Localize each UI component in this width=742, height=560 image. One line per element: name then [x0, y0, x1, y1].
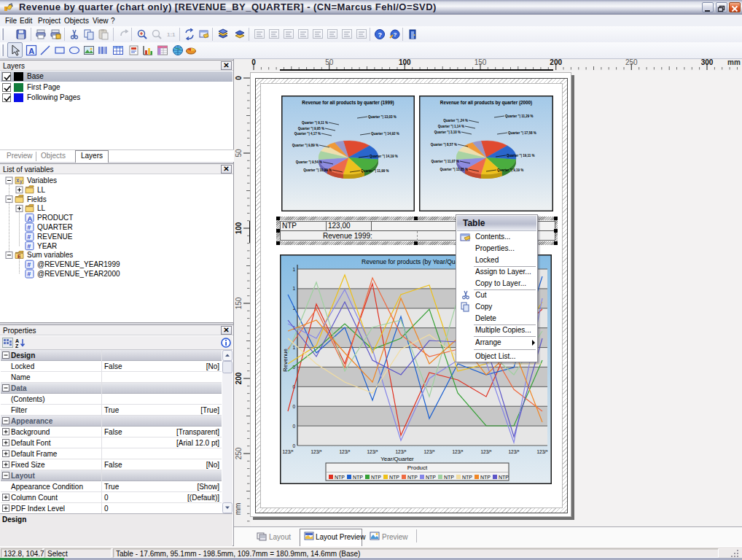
- svg-text:123/*: 123/*: [395, 449, 407, 454]
- svg-text:QUARTER: QUARTER: [37, 223, 73, 231]
- svg-text:123/*: 123/*: [480, 449, 492, 454]
- svg-text:PRODUCT: PRODUCT: [37, 214, 73, 222]
- svg-text:Revenue for all products by qu: Revenue for all products by quarter (199…: [302, 100, 394, 106]
- svg-text:Quarter "| 19,11 %: Quarter "| 19,11 %: [507, 154, 534, 158]
- svg-text:Quarter "| 9,19 %: Quarter "| 9,19 %: [497, 168, 523, 172]
- svg-text:NTP: NTP: [371, 475, 381, 480]
- svg-text:#: #: [27, 233, 31, 241]
- svg-text:NTP: NTP: [407, 475, 418, 480]
- svg-text:mm: mm: [235, 503, 242, 516]
- svg-text:Variables: Variables: [27, 176, 57, 184]
- svg-text:200: 200: [235, 372, 243, 384]
- svg-text:Quarter "| 13,03 %: Quarter "| 13,03 %: [368, 115, 397, 119]
- svg-text:250: 250: [235, 447, 243, 459]
- svg-text:Revenue for all products by qu: Revenue for all products by quarter (200…: [440, 100, 532, 106]
- svg-text:Product: Product: [407, 464, 428, 471]
- svg-text:50: 50: [325, 59, 334, 66]
- svg-text:Quarter "| 17,58 %: Quarter "| 17,58 %: [508, 131, 536, 135]
- svg-text:Quarter "| 9,89 %: Quarter "| 9,89 %: [292, 144, 319, 147]
- svg-text:@REVENUE_YEAR1999: @REVENUE_YEAR1999: [37, 260, 120, 268]
- svg-text:0: 0: [292, 443, 295, 448]
- svg-text:123/*: 123/*: [282, 449, 294, 454]
- svg-text:NTP: NTP: [426, 475, 436, 480]
- svg-text:1: 1: [292, 345, 295, 350]
- svg-text:Quarter "| 4,17 %: Quarter "| 4,17 %: [294, 132, 321, 136]
- svg-text:123/*: 123/*: [367, 449, 378, 454]
- svg-text:?: ?: [378, 31, 383, 39]
- svg-text:NTP: NTP: [480, 475, 491, 480]
- svg-text:mm: mm: [727, 59, 741, 66]
- svg-text:123/*: 123/*: [311, 449, 322, 454]
- svg-text:Quarter "| 11,07 %: Quarter "| 11,07 %: [431, 160, 459, 163]
- svg-text:NTP: NTP: [353, 475, 363, 480]
- svg-text:Quarter "| 11,35 %: Quarter "| 11,35 %: [440, 168, 468, 171]
- svg-text:100: 100: [399, 59, 411, 66]
- svg-text:Sum variables: Sum variables: [27, 251, 73, 259]
- svg-text:Z: Z: [15, 343, 19, 349]
- svg-text:Quarter "| 3,10 %: Quarter "| 3,10 %: [434, 131, 461, 134]
- svg-text:123/*: 123/*: [508, 449, 520, 454]
- svg-text:0: 0: [292, 404, 295, 409]
- svg-text:Quarter "| 10,99 %: Quarter "| 10,99 %: [303, 168, 332, 172]
- svg-text:Quarter "| 9,95 %: Quarter "| 9,95 %: [298, 127, 324, 131]
- svg-text:YEAR: YEAR: [37, 242, 57, 250]
- svg-text:123/*: 123/*: [339, 449, 351, 454]
- svg-text:Quarter "| ,24 %: Quarter "| ,24 %: [443, 119, 468, 122]
- svg-text:#: #: [27, 243, 31, 250]
- svg-text:123/*: 123/*: [452, 449, 464, 454]
- svg-text:0: 0: [251, 59, 256, 66]
- svg-text:Quarter "| 9,11 %: Quarter "| 9,11 %: [302, 121, 328, 125]
- svg-text:Quarter "| 14,92 %: Quarter "| 14,92 %: [371, 132, 399, 136]
- svg-text:NTP: NTP: [462, 475, 472, 480]
- svg-text:A: A: [27, 214, 32, 222]
- svg-text:?: ?: [394, 31, 397, 38]
- svg-text:#: #: [27, 224, 31, 231]
- svg-text:A: A: [15, 338, 19, 343]
- svg-text:150: 150: [475, 59, 487, 66]
- svg-text:0: 0: [235, 76, 243, 80]
- svg-text:Fields: Fields: [27, 195, 47, 203]
- svg-text:300: 300: [701, 59, 714, 66]
- svg-text:#: #: [27, 261, 31, 268]
- svg-text:1:1: 1:1: [167, 31, 176, 38]
- svg-text:123/*: 123/*: [536, 449, 548, 454]
- svg-text:Quarter "| 9,54 %: Quarter "| 9,54 %: [296, 160, 322, 164]
- svg-text:Revenue: Revenue: [282, 348, 289, 372]
- svg-text:Revenue for products (by Year/: Revenue for products (by Year/Quarter): [362, 258, 470, 265]
- svg-text:REVENUE: REVENUE: [37, 233, 73, 241]
- svg-text:NTP: NTP: [499, 475, 509, 480]
- svg-text:150: 150: [235, 297, 243, 309]
- svg-text:1: 1: [292, 286, 295, 291]
- svg-text:200: 200: [550, 59, 562, 66]
- svg-text:Quarter "| 14,19 %: Quarter "| 14,19 %: [370, 155, 398, 158]
- svg-text:LL: LL: [37, 186, 46, 194]
- svg-text:100: 100: [235, 222, 243, 234]
- svg-text:NTP: NTP: [335, 475, 345, 480]
- svg-text:y: y: [20, 179, 23, 184]
- svg-text:Quarter "| 11,29 %: Quarter "| 11,29 %: [505, 114, 533, 118]
- svg-text:Year/Quarter: Year/Quarter: [380, 456, 414, 462]
- svg-text:#: #: [27, 271, 31, 278]
- svg-text:@REVENUE_YEAR2000: @REVENUE_YEAR2000: [37, 270, 120, 278]
- svg-text:Quarter "| 8,57 %: Quarter "| 8,57 %: [431, 143, 457, 147]
- svg-text:1: 1: [292, 267, 295, 272]
- svg-text:0: 0: [292, 424, 295, 429]
- svg-text:A: A: [28, 47, 34, 55]
- svg-text:50: 50: [235, 149, 243, 158]
- svg-text:250: 250: [625, 59, 638, 66]
- svg-text:NTP: NTP: [444, 475, 454, 480]
- svg-text:123/*: 123/*: [423, 449, 435, 454]
- svg-text:Quarter "| 11,99 %: Quarter "| 11,99 %: [361, 169, 388, 173]
- svg-text:E: E: [17, 254, 21, 259]
- svg-text:NTP: NTP: [389, 475, 399, 480]
- svg-text:Quarter "| 1,14 %: Quarter "| 1,14 %: [438, 125, 464, 128]
- svg-text:LL: LL: [37, 204, 46, 212]
